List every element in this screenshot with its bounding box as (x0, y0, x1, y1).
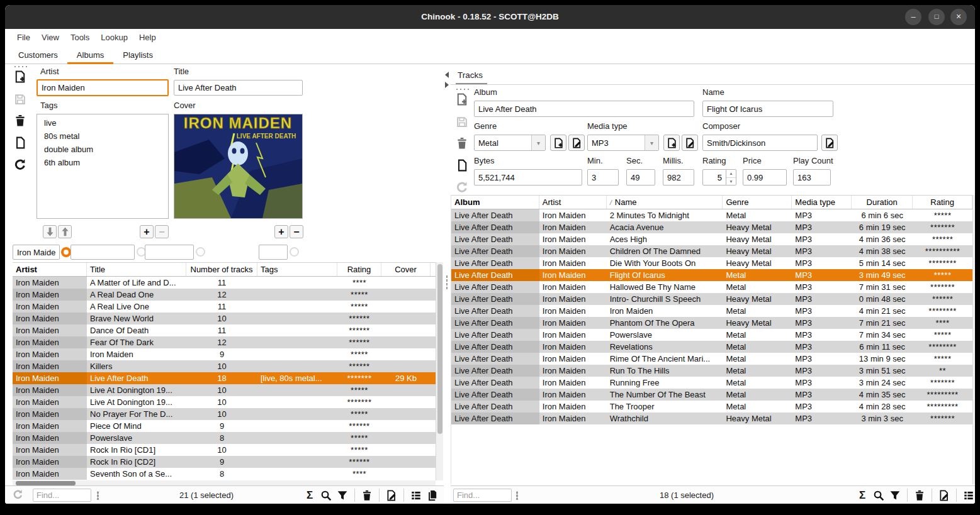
tag-item[interactable]: 80s metal (37, 130, 168, 143)
table-row[interactable]: Iron MaidenA Real Dead One12***** (13, 289, 436, 301)
tag-move-down-button[interactable] (43, 225, 57, 238)
table-row[interactable]: Live After DeathIron MaidenThe Number Of… (451, 389, 972, 401)
cover-remove-button[interactable]: − (290, 225, 303, 238)
table-row[interactable]: Live After DeathIron MaidenPowerslaveMet… (451, 329, 972, 341)
column-header-cover[interactable]: Cover (381, 263, 431, 276)
panel-splitter[interactable] (444, 64, 451, 504)
table-row[interactable]: Iron MaidenDance Of Death11****** (13, 324, 436, 336)
table-row[interactable]: Iron MaidenA Matter of Life and D...11**… (13, 277, 436, 289)
column-header-rating[interactable]: Rating (337, 263, 381, 276)
menu-file[interactable]: File (11, 33, 36, 42)
copies-icon[interactable] (426, 489, 439, 502)
filter-icon[interactable] (336, 489, 349, 502)
refresh-icon[interactable] (14, 158, 28, 172)
edit-record-icon[interactable] (385, 489, 398, 502)
delete-icon[interactable] (456, 137, 470, 151)
table-row[interactable]: Iron MaidenRock In Rio [CD2]9****** (13, 456, 436, 468)
tag-item[interactable]: 6th album (37, 156, 168, 169)
collapse-left-icon[interactable] (445, 72, 449, 78)
table-row[interactable]: Live After DeathIron MaidenWrathchildHea… (451, 413, 972, 424)
genre-combobox[interactable]: Metal ▾ (474, 135, 546, 151)
chevron-down-icon[interactable]: ▾ (645, 135, 658, 150)
albums-table-vscrollbar[interactable] (436, 262, 443, 480)
column-header-genre[interactable]: Genre (723, 196, 792, 209)
menu-tools[interactable]: Tools (65, 33, 95, 42)
search-icon[interactable] (872, 489, 885, 502)
menu-lookup[interactable]: Lookup (95, 33, 133, 42)
column-header-title[interactable]: Title (87, 263, 186, 276)
table-row[interactable]: Live After DeathIron MaidenIntro- Church… (451, 293, 972, 305)
table-row[interactable]: Iron MaidenFear Of The Dark12****** (13, 336, 436, 348)
table-row[interactable]: Iron MaidenLive After Death18[live, 80s … (13, 372, 436, 384)
save-icon[interactable] (456, 116, 470, 130)
table-row[interactable]: Iron MaidenNo Prayer For The D...10***** (13, 408, 436, 420)
composer-edit-button[interactable] (821, 135, 838, 151)
filter-artist-radio[interactable] (61, 247, 71, 257)
table-row[interactable]: Iron MaidenPiece Of Mind9****** (13, 420, 436, 432)
table-row[interactable]: Live After DeathIron MaidenFlight Of Ica… (451, 269, 972, 281)
table-row[interactable]: Live After DeathIron MaidenPhantom Of Th… (451, 317, 972, 329)
menu-view[interactable]: View (36, 33, 65, 42)
table-row[interactable]: Live After DeathIron MaidenHallowed Be T… (451, 281, 972, 293)
list-icon[interactable] (410, 489, 422, 502)
tab-customers[interactable]: Customers (9, 45, 67, 64)
edit-record-icon[interactable] (938, 489, 950, 502)
table-row[interactable]: Iron MaidenLive At Donington 19...10****… (13, 384, 436, 396)
tag-add-button[interactable]: + (140, 225, 154, 238)
table-row[interactable]: Iron MaidenSeventh Son of a Se...8**** (13, 468, 436, 480)
tags-listbox[interactable]: live80s metaldouble album6th album (37, 114, 169, 219)
spin-down-icon[interactable]: ▼ (726, 178, 736, 186)
chevron-down-icon[interactable]: ▾ (531, 135, 545, 150)
filter-tracks-input[interactable] (145, 245, 194, 260)
column-header-duration[interactable]: Duration (852, 196, 913, 209)
media-type-combobox[interactable]: MP3 ▾ (587, 135, 659, 151)
save-icon[interactable] (14, 93, 28, 107)
column-header-tracks[interactable]: Number of tracks (186, 263, 257, 276)
splitter-drag-handle[interactable] (446, 275, 448, 290)
new-record-icon[interactable] (456, 93, 470, 107)
table-row[interactable]: Iron MaidenIron Maiden9***** (13, 348, 436, 360)
table-row[interactable]: Live After DeathIron MaidenIron MaidenMe… (451, 305, 972, 317)
tracks-table-vscrollbar[interactable] (972, 195, 975, 484)
table-row[interactable]: Iron MaidenA Real Live One11***** (13, 301, 436, 313)
table-row[interactable]: Iron MaidenKillers10****** (13, 360, 436, 372)
composer-input[interactable] (702, 135, 818, 151)
column-header-artist[interactable]: Artist (13, 263, 87, 276)
delete-icon[interactable] (913, 489, 926, 502)
sec-input[interactable] (626, 169, 655, 186)
column-header-rating[interactable]: Rating (913, 196, 972, 209)
tag-move-up-button[interactable] (58, 225, 72, 238)
sum-icon[interactable]: Σ (303, 489, 316, 502)
table-row[interactable]: Iron MaidenLive At Donington 19...10****… (13, 396, 436, 408)
table-row[interactable]: Live After DeathIron MaidenRevelationsMe… (451, 341, 972, 353)
tab-playlists[interactable]: Playlists (113, 45, 162, 64)
refresh-icon[interactable] (456, 181, 470, 195)
close-button[interactable]: × (950, 9, 967, 25)
filter-rating-input[interactable] (259, 245, 288, 260)
column-header-tags[interactable]: Tags (257, 263, 337, 276)
filter-rating-radio[interactable] (290, 247, 299, 257)
maximize-button[interactable]: □ (928, 9, 945, 25)
album-title-input[interactable] (174, 80, 303, 96)
collapse-right-icon[interactable] (445, 82, 449, 88)
genre-add-button[interactable] (550, 135, 566, 151)
track-name-input[interactable] (702, 101, 833, 117)
column-header-artist[interactable]: Artist (539, 196, 607, 209)
min-input[interactable] (587, 169, 619, 186)
filter-tracks-radio[interactable] (196, 247, 205, 257)
list-icon[interactable] (962, 489, 975, 502)
media-type-add-button[interactable] (663, 135, 680, 151)
new-record-icon[interactable] (14, 70, 28, 84)
menu-help[interactable]: Help (133, 33, 162, 42)
media-type-edit-button[interactable] (682, 135, 698, 151)
table-row[interactable]: Live After DeathIron MaidenThe TrooperMe… (451, 401, 972, 413)
tag-item[interactable]: live (37, 116, 168, 130)
genre-edit-button[interactable] (568, 135, 585, 151)
table-row[interactable]: Live After DeathIron MaidenChildren Of T… (451, 245, 972, 257)
column-header-media[interactable]: Media type (792, 196, 852, 209)
tab-albums[interactable]: Albums (67, 45, 113, 64)
duplicate-icon[interactable] (14, 136, 28, 150)
table-row[interactable]: Live After DeathIron MaidenDie With Your… (451, 257, 972, 269)
tab-tracks[interactable]: Tracks (458, 70, 483, 80)
rating-stepper[interactable]: 5 ▲▼ (702, 169, 736, 186)
